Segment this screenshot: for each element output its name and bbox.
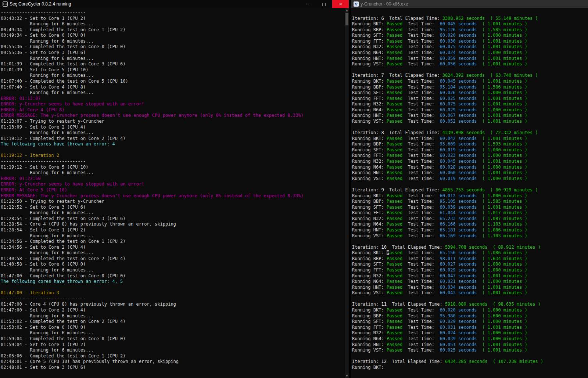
log-line: 01:22:52 - Set to Core 3 (CPU 6) bbox=[1, 205, 345, 210]
blank-line bbox=[352, 181, 588, 187]
blank-line bbox=[352, 239, 588, 245]
test-result-line: Running N32: Passed Test Time: 60.024 se… bbox=[352, 330, 588, 336]
log-line: Running for 6 minutes... bbox=[1, 90, 345, 96]
log-line: 01:40:58 - Completed the test on Core 2 … bbox=[1, 256, 345, 262]
log-line: ERROR: y-Cruncher seems to have stopped … bbox=[1, 181, 345, 187]
test-result-line: Running VST: Passed Test Time: 66.169 se… bbox=[352, 233, 588, 239]
test-result-line: Running HNT: Passed Test Time: 60.059 se… bbox=[352, 56, 588, 62]
iteration-header: Iteration: 10 Total Elapsed Time: 5394.7… bbox=[352, 245, 588, 251]
log-line: 00:55:36 - Completed the test on Core 0 … bbox=[1, 44, 345, 50]
test-result-line: Running N64: Passed Test Time: 66.166 se… bbox=[352, 222, 588, 227]
test-result-line: Running VST: Passed Test Time: 60.052 se… bbox=[352, 119, 588, 125]
log-line: Running for 6 minutes... bbox=[1, 39, 345, 44]
iteration-header: Iteration: 6 Total Elapsed Time: 3308.95… bbox=[352, 16, 588, 22]
corecycler-titlebar[interactable]: C:\ Seç CoreCycler 0.8.2.4 running ─ □ ✕ bbox=[0, 0, 349, 8]
log-line: 01:53:02 - Completed the test on Core 2 … bbox=[1, 319, 345, 325]
log-line: ERROR: At Core 5 (CPU 10) bbox=[1, 187, 345, 193]
log-line: 01:28:54 - Core 4 (CPU 8) has previously… bbox=[1, 222, 345, 227]
test-result-line: Running FFT: Passed Test Time: 60.030 se… bbox=[352, 39, 588, 44]
log-line: Running for 6 minutes... bbox=[1, 130, 345, 136]
test-result-line: Running N64: Passed Test Time: 60.029 se… bbox=[352, 107, 588, 113]
test-result-line: Running BBP: Passed Test Time: 95.126 se… bbox=[352, 27, 588, 33]
test-result-line: Running N64: Passed Test Time: 60.028 se… bbox=[352, 165, 588, 170]
test-result-line: Running BKT: Passed Test Time: 60.042 se… bbox=[352, 136, 588, 142]
blank-line bbox=[352, 353, 588, 359]
scroll-thumb[interactable] bbox=[345, 13, 348, 25]
log-line: -------------------------------- bbox=[1, 10, 345, 16]
corecycler-console[interactable]: --------------------------------00:43:32… bbox=[1, 8, 345, 378]
test-result-line: Running N32: Passed Test Time: 60.075 se… bbox=[352, 101, 588, 107]
ycruncher-window: y y-Cruncher - 00-x86.exe Iteration: 6 T… bbox=[351, 0, 588, 378]
log-line: 01:28:54 - Set to Core 1 (CPU 2) bbox=[1, 227, 345, 233]
test-result-line: Running VST: Passed Test Time: 60.056 se… bbox=[352, 61, 588, 67]
log-line: 01:19:12 - Completed the test on Core 2 … bbox=[1, 136, 345, 142]
test-result-line: Running VST: Passed Test Time: 60.025 se… bbox=[352, 348, 588, 353]
minimize-button[interactable]: ─ bbox=[299, 0, 316, 8]
test-result-line: Running FFT: Passed Test Time: 60.023 se… bbox=[352, 153, 588, 159]
corecycler-window: C:\ Seç CoreCycler 0.8.2.4 running ─ □ ✕… bbox=[0, 0, 349, 378]
log-line: 00:49:34 - Set to Core 0 (CPU 0) bbox=[1, 33, 345, 39]
log-line: 00:49:34 - Completed the test on Core 1 … bbox=[1, 27, 345, 33]
test-result-line: Running BKT: Passed Test Time: 65.156 se… bbox=[352, 250, 588, 256]
log-line: 01:22:50 - Trying to restart y-Cruncher bbox=[1, 199, 345, 205]
corecycler-scrollbar[interactable]: ▲ ▼ bbox=[345, 8, 349, 378]
log-line: 02:48:01 - Core 5 (CPU 10) has previousl… bbox=[1, 359, 345, 365]
maximize-button[interactable]: □ bbox=[316, 0, 332, 8]
blank-line bbox=[352, 67, 588, 73]
test-result-line: Running BBP: Passed Test Time: 95.105 se… bbox=[352, 199, 588, 205]
blank-line bbox=[352, 296, 588, 302]
log-line: Running for 6 minutes... bbox=[1, 56, 345, 62]
ycruncher-title: y-Cruncher - 00-x86.exe bbox=[361, 1, 408, 7]
test-result-line: Running BBP: Passed Test Time: 95.184 se… bbox=[352, 84, 588, 90]
test-result-line: Running SFT: Passed Test Time: 60.029 se… bbox=[352, 319, 588, 325]
log-line: Running for 6 minutes... bbox=[1, 21, 345, 27]
log-line: 01:47:00 - Iteration 3 bbox=[1, 290, 345, 296]
log-line: The following cores have thrown an error… bbox=[1, 279, 345, 285]
log-line: ERROR MESSAGE: The y-Cruncher process do… bbox=[1, 193, 345, 199]
scroll-down-icon[interactable]: ▼ bbox=[345, 374, 349, 378]
log-line: 01:13:07 - Trying to restart y-Cruncher bbox=[1, 119, 345, 125]
scroll-up-icon[interactable]: ▲ bbox=[345, 8, 349, 12]
log-line: 01:34:56 - Set to Core 2 (CPU 4) bbox=[1, 245, 345, 251]
log-line: Running for 6 minutes... bbox=[1, 233, 345, 239]
iteration-header: Iteration: 9 Total Elapsed Time: 4855.75… bbox=[352, 187, 588, 193]
log-line: 01:07:40 - Completed the test on Core 5 … bbox=[1, 79, 345, 84]
test-result-line: Running N32: Passed Test Time: 60.075 se… bbox=[352, 44, 588, 50]
test-result-line: Running HNT: Passed Test Time: 65.181 se… bbox=[352, 227, 588, 233]
log-line: 01:59:04 - Completed the test on Core 0 … bbox=[1, 336, 345, 342]
log-line: ERROR: 01:13:07 bbox=[1, 96, 345, 102]
test-result-line: Running HNT: Passed Test Time: 60.060 se… bbox=[352, 170, 588, 176]
close-button[interactable]: ✕ bbox=[332, 0, 349, 8]
test-result-line: Running SFT: Passed Test Time: 60.027 se… bbox=[352, 262, 588, 267]
log-line: 01:01:39 - Set to Core 5 (CPU 10) bbox=[1, 67, 345, 73]
test-result-line: Running HNT: Passed Test Time: 60.067 se… bbox=[352, 113, 588, 119]
log-line: 01:47:00 - Set to Core 2 (CPU 4) bbox=[1, 307, 345, 313]
test-result-line: Running SFT: Passed Test Time: 60.020 se… bbox=[352, 33, 588, 39]
test-result-line: Running VST: Passed Test Time: 60.043 se… bbox=[352, 290, 588, 296]
log-line: -------------------------------- bbox=[1, 296, 345, 302]
test-result-line: Running SFT: Passed Test Time: 60.039 se… bbox=[352, 205, 588, 210]
log-line bbox=[1, 285, 345, 291]
log-line: Running for 6 minutes... bbox=[1, 250, 345, 256]
test-result-line: Running N32: Passed Test Time: 65.233 se… bbox=[352, 216, 588, 222]
iteration-header: Iteration: 12 Total Elapsed Time: 6434.2… bbox=[352, 359, 588, 365]
log-line: Running for 6 minutes... bbox=[1, 210, 345, 216]
test-result-line: Running SFT: Passed Test Time: 60.019 se… bbox=[352, 147, 588, 153]
test-result-line: Running N64: Passed Test Time: 60.021 se… bbox=[352, 279, 588, 285]
log-line: 01:01:39 - Completed the test on Core 3 … bbox=[1, 61, 345, 67]
test-result-line: Running BBP: Passed Test Time: 98.011 se… bbox=[352, 256, 588, 262]
ycruncher-titlebar[interactable]: y y-Cruncher - 00-x86.exe bbox=[351, 0, 588, 8]
test-result-line: Running N64: Passed Test Time: 60.024 se… bbox=[352, 50, 588, 56]
log-line: 01:28:54 - Completed the test on Core 3 … bbox=[1, 216, 345, 222]
test-result-line: Running N32: Passed Test Time: 60.047 se… bbox=[352, 273, 588, 279]
test-result-line: Running HNT: Passed Test Time: 60.034 se… bbox=[352, 285, 588, 291]
log-line: Running for 6 minutes... bbox=[1, 73, 345, 79]
iteration-header: Iteration: 11 Total Elapsed Time: 5918.0… bbox=[352, 302, 588, 307]
log-line: Running for 6 minutes... bbox=[1, 348, 345, 353]
window-controls: ─ □ ✕ bbox=[299, 0, 349, 8]
ycruncher-console[interactable]: Iteration: 6 Total Elapsed Time: 3308.95… bbox=[352, 8, 588, 378]
test-result-line: Running N64: Passed Test Time: 60.039 se… bbox=[352, 336, 588, 342]
log-line: Running for 6 minutes... bbox=[1, 267, 345, 273]
log-line: 01:59:04 - Set to Core 1 (CPU 2) bbox=[1, 342, 345, 348]
log-line: 01:19:12 - Iteration 2 bbox=[1, 153, 345, 159]
